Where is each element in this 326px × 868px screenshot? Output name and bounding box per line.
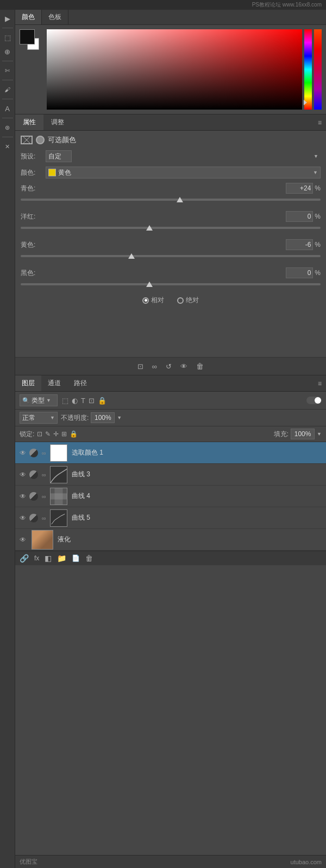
yellow-value-container: % <box>286 239 321 250</box>
fill-label: 填充: <box>274 430 289 439</box>
lock-all-icon[interactable]: 🔒 <box>70 430 78 438</box>
properties-panel: 属性 调整 ≡ 可选颜色 预设: 自定 ▼ <box>15 114 326 375</box>
tool-separator-6 <box>2 137 13 137</box>
preset-label: 预设: <box>21 152 42 161</box>
filter-select[interactable]: 🔍 类型 ▼ <box>20 394 58 406</box>
cyan-value-input[interactable] <box>286 183 313 194</box>
radio-absolute[interactable]: 绝对 <box>177 296 199 305</box>
layer-filter-shape[interactable]: ⊡ <box>89 397 95 405</box>
yellow-value-input[interactable] <box>286 239 313 250</box>
tab-properties[interactable]: 属性 <box>15 114 43 130</box>
color-alpha-bar[interactable] <box>314 29 322 110</box>
lock-pixels-icon[interactable]: ⊡ <box>37 430 42 438</box>
lock-label: 锁定: <box>20 430 34 439</box>
layer-eye-0[interactable]: 👁 <box>18 449 27 457</box>
layer-item-1[interactable]: 👁 ∞ 曲线 3 <box>15 464 326 486</box>
color-panel: 颜色 色板 <box>15 10 326 114</box>
black-slider-thumb[interactable] <box>146 282 153 287</box>
tab-adjustments[interactable]: 调整 <box>43 114 72 130</box>
layer-filter-smart[interactable]: 🔒 <box>98 397 106 405</box>
layer-eye-4[interactable]: 👁 <box>18 535 27 544</box>
layer-fx-btn[interactable]: fx <box>34 554 39 562</box>
preset-select[interactable]: 自定 <box>46 150 72 162</box>
properties-menu-icon[interactable]: ≡ <box>314 117 326 129</box>
cyan-slider-track[interactable] <box>21 196 321 203</box>
blend-mode-select[interactable]: 正常 ▼ <box>20 412 58 424</box>
bottom-icon-link[interactable]: ∞ <box>152 362 157 371</box>
layer-name-4: 液化 <box>58 535 71 544</box>
yellow-slider-track[interactable] <box>21 252 321 260</box>
layer-thumb-white-0 <box>51 445 67 461</box>
tool-crop[interactable]: ✄ <box>1 64 14 77</box>
layer-eye-2[interactable]: 👁 <box>18 492 27 501</box>
curves4-thumb-svg <box>51 488 67 505</box>
radio-relative[interactable]: 相对 <box>142 296 164 305</box>
yellow-slider-thumb[interactable] <box>128 253 135 259</box>
layer-filter-adj[interactable]: ◐ <box>72 397 78 405</box>
color-row: 颜色: 黄色 ▼ <box>21 167 321 178</box>
layers-menu-icon[interactable]: ≡ <box>314 378 326 390</box>
magenta-value-input[interactable] <box>286 211 313 222</box>
tab-paths[interactable]: 路径 <box>67 375 93 391</box>
layer-delete-btn[interactable]: 🗑 <box>85 554 93 563</box>
layer-item-0[interactable]: 👁 ∞ 选取颜色 1 <box>15 442 326 464</box>
layer-eye-1[interactable]: 👁 <box>18 470 27 479</box>
black-value-input[interactable] <box>286 267 313 278</box>
properties-tabs: 属性 调整 ≡ <box>15 114 326 131</box>
layer-filter-img[interactable]: ⬚ <box>62 397 68 405</box>
layer-item-3[interactable]: 👁 ∞ 曲线 5 <box>15 507 326 529</box>
layer-eye-3[interactable]: 👁 <box>18 514 27 522</box>
layer-new-btn[interactable]: 📄 <box>72 554 80 562</box>
bottom-icon-visibility[interactable]: 👁 <box>180 362 187 371</box>
layer-new-group-btn[interactable]: 📁 <box>57 554 66 563</box>
magenta-slider-thumb[interactable] <box>146 225 153 231</box>
tool-lasso[interactable]: ⊕ <box>1 45 14 58</box>
magenta-slider-bg <box>21 227 321 229</box>
tool-select[interactable]: ⬚ <box>1 31 14 44</box>
layer-mask-btn[interactable]: ◧ <box>45 554 52 563</box>
foreground-swatch[interactable] <box>20 29 35 44</box>
filter-toggle-switch[interactable] <box>306 397 322 404</box>
cyan-slider-thumb[interactable] <box>177 197 183 202</box>
tool-move[interactable]: ▶ <box>1 12 14 25</box>
opacity-input[interactable] <box>91 412 115 423</box>
color-panel-tabs: 颜色 色板 <box>15 10 326 25</box>
layer-adj-icon-2 <box>29 492 38 501</box>
layer-item-2[interactable]: 👁 ∞ 曲线 4 <box>15 486 326 507</box>
cyan-value-container: % <box>286 183 321 194</box>
bottom-icon-select[interactable]: ⊡ <box>137 362 143 371</box>
tool-brush[interactable]: 🖌 <box>1 83 14 96</box>
svg-rect-5 <box>55 488 63 505</box>
bottom-watermark-area: 优图宝 utubao.com <box>15 855 326 868</box>
tab-channels[interactable]: 通道 <box>41 375 67 391</box>
lock-brush-icon[interactable]: ✎ <box>45 430 51 438</box>
layer-filter-toggle <box>306 397 322 404</box>
fill-input[interactable] <box>291 429 315 439</box>
color-gradient-picker[interactable] <box>47 29 302 110</box>
tab-swatches[interactable]: 色板 <box>42 10 68 24</box>
lock-artboard-icon[interactable]: ⊞ <box>61 430 67 438</box>
tab-layers[interactable]: 图层 <box>15 375 41 391</box>
fill-arrow-icon: ▼ <box>317 431 322 437</box>
lock-move-icon[interactable]: ✛ <box>53 430 59 438</box>
tool-pen[interactable]: ⊛ <box>1 121 14 134</box>
bottom-icon-undo[interactable]: ↺ <box>166 362 172 371</box>
magenta-slider-track[interactable] <box>21 224 321 232</box>
layer-filter-text[interactable]: T <box>81 397 85 405</box>
layer-name-2: 曲线 4 <box>72 492 90 501</box>
black-slider-track[interactable] <box>21 280 321 288</box>
layer-item-4[interactable]: 👁 液化 <box>15 529 326 551</box>
color-value-text: 黄色 <box>58 168 311 177</box>
preset-arrow-icon: ▼ <box>314 154 318 159</box>
bottom-icon-delete[interactable]: 🗑 <box>196 362 204 371</box>
layer-link-btn[interactable]: 🔗 <box>20 554 29 563</box>
filter-label: 类型 <box>32 396 45 405</box>
envelope-icon <box>21 136 33 144</box>
color-hue-bar[interactable] <box>304 29 312 110</box>
tool-type[interactable]: A <box>1 102 14 115</box>
radio-relative-label: 相对 <box>151 296 164 305</box>
tool-separator-3 <box>2 80 13 80</box>
tool-eraser[interactable]: ✕ <box>1 140 14 153</box>
tab-color[interactable]: 颜色 <box>15 10 42 24</box>
color-select-display[interactable]: 黄色 ▼ <box>46 167 321 178</box>
